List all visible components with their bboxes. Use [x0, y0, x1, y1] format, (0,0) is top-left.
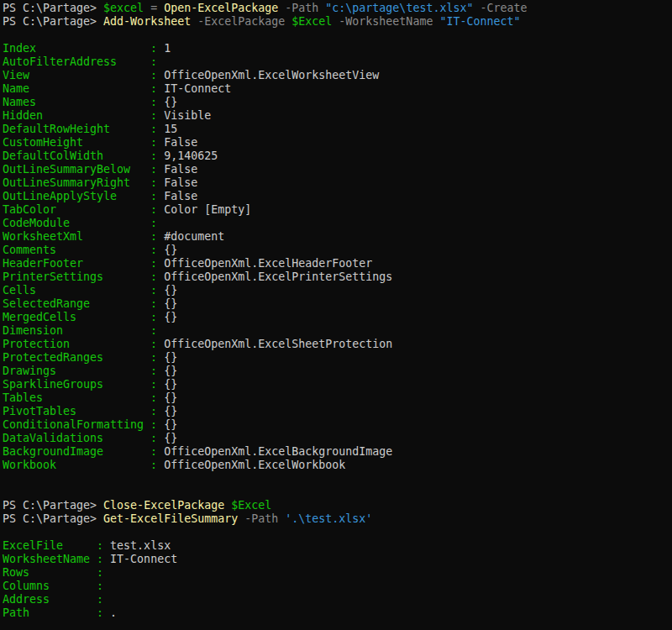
- property-value: {}: [164, 351, 177, 364]
- property-value: {}: [164, 432, 177, 444]
- property-name: DataValidations :: [3, 432, 164, 444]
- terminal-property-row: DataValidations : {}: [3, 432, 672, 445]
- property-value: 9,140625: [164, 150, 218, 162]
- property-value: OfficeOpenXml.ExcelWorkbook: [164, 459, 345, 471]
- property-name: Index :: [3, 42, 164, 55]
- prompt-token: PS C:\Partage>: [3, 499, 103, 512]
- parameter-token: -Create: [473, 2, 527, 14]
- prompt-token: PS C:\Partage>: [3, 2, 103, 14]
- terminal-command-line: PS C:\Partage> Close-ExcelPackage $Excel: [3, 499, 672, 512]
- property-name: OutLineSummaryBelow :: [3, 163, 164, 176]
- property-name: ProtectedRanges :: [3, 351, 164, 364]
- property-name: PrinterSettings :: [3, 270, 164, 283]
- property-name: View :: [3, 69, 164, 81]
- property-name: OutLineApplyStyle :: [3, 190, 164, 202]
- terminal-property-row: WorksheetName : IT-Connect: [3, 553, 672, 566]
- property-name: Columns :: [3, 580, 110, 592]
- property-value: {}: [164, 244, 177, 256]
- property-name: TabColor :: [3, 203, 164, 216]
- terminal-property-row: Name : IT-Connect: [3, 82, 672, 96]
- property-value: IT-Connect: [110, 553, 177, 565]
- parameter-token: =: [144, 2, 164, 14]
- property-value: OfficeOpenXml.ExcelBackgroundImage: [164, 445, 392, 458]
- property-value: {}: [164, 96, 177, 108]
- command-token: Close-ExcelPackage: [103, 499, 224, 512]
- prompt-token: PS C:\Partage>: [3, 512, 103, 525]
- terminal-property-row: OutLineSummaryBelow : False: [3, 163, 672, 176]
- property-value: 1: [164, 42, 171, 55]
- command-token: Open-ExcelPackage: [164, 2, 278, 14]
- property-value: OfficeOpenXml.ExcelHeaderFooter: [164, 257, 372, 270]
- prompt-token: PS C:\Partage>: [3, 15, 103, 28]
- command-token: Add-Worksheet: [103, 15, 191, 28]
- terminal-property-row: TabColor : Color [Empty]: [3, 203, 672, 217]
- terminal-property-row: Address :: [3, 593, 672, 606]
- command-token: Get-ExcelFileSummary: [103, 512, 238, 525]
- terminal-property-row: Dimension :: [3, 324, 672, 338]
- property-name: SelectedRange :: [3, 297, 164, 310]
- property-value: {}: [164, 284, 177, 297]
- terminal-property-row: Protection : OfficeOpenXml.ExcelSheetPro…: [3, 338, 672, 351]
- property-value: {}: [164, 297, 177, 310]
- property-value: test.xlsx: [110, 539, 171, 552]
- property-value: {}: [164, 378, 177, 391]
- property-name: Workbook :: [3, 459, 164, 471]
- property-value: OfficeOpenXml.ExcelSheetProtection: [164, 338, 392, 350]
- terminal-property-row: PivotTables : {}: [3, 405, 672, 418]
- terminal-property-row: Index : 1: [3, 42, 672, 55]
- property-value: IT-Connect: [164, 82, 231, 95]
- terminal-command-line: PS C:\Partage> Get-ExcelFileSummary -Pat…: [3, 512, 672, 526]
- property-name: PivotTables :: [3, 405, 164, 417]
- property-value: {}: [164, 418, 177, 431]
- variable-token: $excel: [103, 2, 144, 14]
- property-value: 15: [164, 123, 177, 135]
- property-name: AutoFilterAddress :: [3, 55, 164, 68]
- property-name: Tables :: [3, 391, 164, 404]
- property-name: Rows :: [3, 566, 110, 579]
- property-name: DefaultRowHeight :: [3, 123, 164, 135]
- property-value: False: [164, 136, 197, 149]
- terminal-property-row: Workbook : OfficeOpenXml.ExcelWorkbook: [3, 459, 672, 472]
- property-value: {}: [164, 405, 177, 417]
- string-token: "c:\partage\test.xlsx": [325, 2, 473, 14]
- terminal-property-row: DefaultRowHeight : 15: [3, 123, 672, 136]
- property-value: OfficeOpenXml.ExcelPrinterSettings: [164, 270, 392, 283]
- parameter-token: -Path: [278, 2, 325, 14]
- property-name: Path :: [3, 606, 110, 619]
- terminal-property-row: WorksheetXml : #document: [3, 230, 672, 244]
- terminal-property-row: Path : .: [3, 606, 672, 620]
- property-name: Hidden :: [3, 109, 164, 122]
- terminal-property-row: MergedCells : {}: [3, 311, 672, 324]
- terminal-property-row: Names : {}: [3, 96, 672, 109]
- property-value: False: [164, 163, 197, 176]
- terminal-property-row: CodeModule :: [3, 217, 672, 230]
- terminal-screen[interactable]: PS C:\Partage> $excel = Open-ExcelPackag…: [0, 0, 672, 620]
- property-value: #document: [164, 230, 224, 243]
- property-value: {}: [164, 391, 177, 404]
- terminal-property-row: Columns :: [3, 580, 672, 593]
- terminal-property-row: DefaultColWidth : 9,140625: [3, 150, 672, 163]
- property-name: HeaderFooter :: [3, 257, 164, 270]
- property-name: Drawings :: [3, 365, 164, 377]
- property-value: Color [Empty]: [164, 203, 251, 216]
- terminal-property-row: Comments : {}: [3, 244, 672, 257]
- property-name: Comments :: [3, 244, 164, 256]
- property-name: Names :: [3, 96, 164, 108]
- property-name: ExcelFile :: [3, 539, 110, 552]
- property-name: Address :: [3, 593, 110, 606]
- string-token: '.\test.xlsx': [285, 512, 372, 525]
- terminal-property-row: SparklineGroups : {}: [3, 378, 672, 391]
- property-name: ConditionalFormatting :: [3, 418, 164, 431]
- terminal-property-row: ConditionalFormatting : {}: [3, 418, 672, 432]
- variable-token: $Excel: [231, 499, 271, 512]
- property-name: Cells :: [3, 284, 164, 297]
- terminal-blank-line: [3, 29, 672, 42]
- terminal-blank-line: [3, 526, 672, 539]
- property-value: False: [164, 176, 197, 189]
- property-name: MergedCells :: [3, 311, 164, 323]
- property-name: Dimension :: [3, 324, 164, 337]
- terminal-property-row: ProtectedRanges : {}: [3, 351, 672, 365]
- string-token: "IT-Connect": [439, 15, 520, 28]
- terminal-blank-line: [3, 472, 672, 486]
- property-name: DefaultColWidth :: [3, 150, 164, 162]
